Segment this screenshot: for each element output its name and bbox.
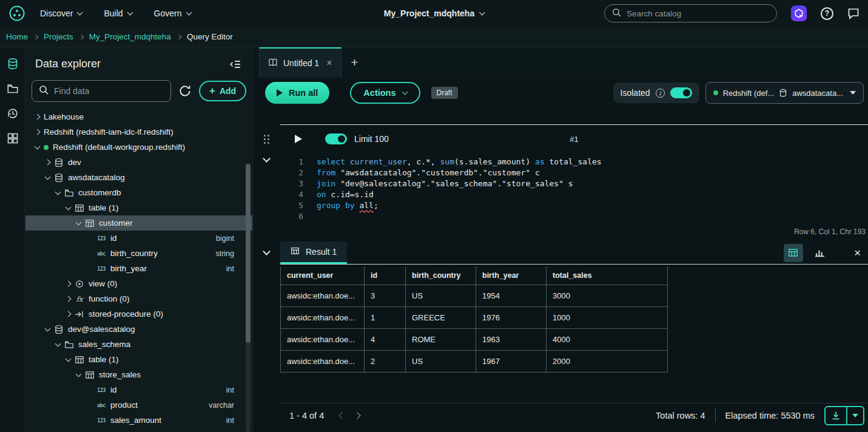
feedback-icon[interactable] <box>847 7 860 19</box>
tree-item-store-sales[interactable]: store_sales <box>25 367 252 382</box>
table-view-icon[interactable] <box>784 244 803 262</box>
table-cell[interactable]: ROME <box>406 329 476 351</box>
column-header-birth_country[interactable]: birth_country <box>406 266 476 285</box>
search-input[interactable] <box>627 9 769 18</box>
run-cell-button[interactable] <box>295 135 302 143</box>
table-cell[interactable]: 1967 <box>476 351 547 373</box>
close-tab-icon[interactable]: × <box>326 58 332 69</box>
chevron-right-icon[interactable] <box>66 296 72 302</box>
catalog-search[interactable] <box>604 4 777 22</box>
catalog-icon[interactable] <box>5 130 21 146</box>
table-cell[interactable]: 2 <box>365 351 406 373</box>
code-line[interactable]: 1select current_user, c.*, sum(s.sales_a… <box>280 157 868 167</box>
chevron-down-icon[interactable] <box>55 189 61 195</box>
table-cell[interactable]: awsidc:ethan.doe... <box>281 285 365 307</box>
column-header-birth_year[interactable]: birth_year <box>476 266 547 285</box>
tree-item-id[interactable]: 123idint <box>25 382 252 397</box>
nav-menu-govern[interactable]: Govern <box>154 8 191 18</box>
table-cell[interactable]: awsidc:ethan.doe... <box>281 307 365 329</box>
new-tab-button[interactable]: + <box>341 47 368 78</box>
nav-menu-discover[interactable]: Discover <box>40 8 82 18</box>
table-cell[interactable]: 2000 <box>547 351 668 373</box>
table-row[interactable]: awsidc:ethan.doe...3US19543000 <box>281 285 668 307</box>
files-icon[interactable] <box>5 81 21 96</box>
tree-item-lakehouse[interactable]: Lakehouse <box>25 109 252 124</box>
amazon-q-icon[interactable] <box>791 5 807 21</box>
table-cell[interactable]: awsidc:ethan.doe... <box>281 329 365 351</box>
cell-drag-handle[interactable] <box>264 134 270 144</box>
tree-item-dev-salescatalog[interactable]: dev@salescatalog <box>25 322 252 337</box>
table-cell[interactable]: US <box>406 285 476 307</box>
tree-item-birth-country[interactable]: abcbirth_countrystring <box>25 246 252 261</box>
table-cell[interactable]: 3 <box>365 285 406 307</box>
column-header-current_user[interactable]: current_user <box>281 266 365 285</box>
column-header-total_sales[interactable]: total_sales <box>547 266 668 285</box>
breadcrumb-item-projects[interactable]: Projects <box>44 32 73 41</box>
code-line[interactable]: 2from "awsdatacatalog"."customerdb"."cus… <box>280 167 868 178</box>
chevron-down-icon[interactable] <box>45 174 51 180</box>
download-options-icon[interactable] <box>846 407 863 424</box>
column-header-id[interactable]: id <box>365 266 406 285</box>
tree-item-table-1[interactable]: table (1) <box>25 200 252 215</box>
chevron-right-icon[interactable] <box>66 311 72 317</box>
help-icon[interactable]: ? <box>821 7 833 20</box>
code-line[interactable]: 4on c.id=s.id <box>280 189 868 200</box>
chevron-down-icon[interactable] <box>35 143 41 149</box>
table-cell[interactable]: 4000 <box>547 329 668 351</box>
run-all-button[interactable]: Run all <box>265 82 329 104</box>
code-line[interactable]: 5group by all; <box>280 200 868 211</box>
connection-selector[interactable]: Redshift (def... awsdatacata... <box>705 82 864 104</box>
app-logo-icon[interactable] <box>8 5 25 22</box>
table-row[interactable]: awsidc:ethan.doe...4ROME19634000 <box>281 329 668 351</box>
chevron-down-icon[interactable] <box>76 371 82 377</box>
tree-item-sales-schema[interactable]: sales_schema <box>25 337 252 352</box>
table-row[interactable]: awsidc:ethan.doe...1GREECE19761000 <box>281 307 668 329</box>
actions-button[interactable]: Actions <box>350 82 420 104</box>
limit-toggle[interactable] <box>325 133 347 144</box>
chart-view-icon[interactable] <box>810 244 830 262</box>
prev-page-icon[interactable] <box>339 412 346 419</box>
download-button[interactable] <box>824 406 864 425</box>
tree-item-view-0[interactable]: view (0) <box>25 276 252 291</box>
info-icon[interactable]: i <box>656 89 665 98</box>
table-cell[interactable]: 1954 <box>476 285 547 307</box>
tree-item-sales-amount[interactable]: 123sales_amountint <box>25 413 252 428</box>
code-line[interactable]: 3join "dev@salescatalog"."sales_schema".… <box>280 178 868 189</box>
next-page-icon[interactable] <box>354 412 361 419</box>
add-button[interactable]: +Add <box>199 81 246 101</box>
tree-item-product[interactable]: abcproductvarchar <box>25 397 252 413</box>
table-cell[interactable]: 1963 <box>476 329 547 351</box>
sql-editor[interactable]: 1select current_user, c.*, sum(s.sales_a… <box>280 153 868 222</box>
tree-item-customer[interactable]: customer <box>25 215 252 231</box>
chevron-down-icon[interactable] <box>55 340 61 346</box>
table-row[interactable]: awsidc:ethan.doe...2US19672000 <box>281 351 668 373</box>
table-cell[interactable]: US <box>406 351 476 373</box>
chevron-right-icon[interactable] <box>35 114 41 120</box>
isolated-toggle[interactable] <box>670 87 692 98</box>
scrollbar-thumb[interactable] <box>246 164 251 343</box>
collapse-result-icon[interactable] <box>263 248 271 255</box>
result-tab[interactable]: Result 1 <box>280 241 347 264</box>
breadcrumb-item-home[interactable]: Home <box>6 32 28 41</box>
sidebar-scrollbar[interactable] <box>246 164 251 432</box>
chevron-right-icon[interactable] <box>45 160 51 166</box>
chevron-down-icon[interactable] <box>45 325 51 331</box>
tree-item-stored-procedure-0[interactable]: stored-procedure (0) <box>25 306 252 322</box>
code-line[interactable]: 6 <box>280 211 868 222</box>
download-icon[interactable] <box>826 407 846 424</box>
tree-item-redshift-redshift-iam-idc-lf-redshift[interactable]: Redshift (redshift-iam-idc-lf.redshift) <box>25 124 252 140</box>
table-cell[interactable]: awsidc:ethan.doe... <box>281 351 365 373</box>
tree-item-id[interactable]: 123idbigint <box>25 231 252 246</box>
table-cell[interactable]: 4 <box>365 329 406 351</box>
chevron-right-icon[interactable] <box>35 129 41 135</box>
table-cell[interactable]: 1976 <box>476 307 547 329</box>
nav-menu-build[interactable]: Build <box>104 8 132 18</box>
chevron-down-icon[interactable] <box>76 219 82 225</box>
history-icon[interactable] <box>5 106 21 121</box>
table-cell[interactable]: GREECE <box>406 307 476 329</box>
data-explorer-icon[interactable] <box>5 56 21 72</box>
tree-item-table-1[interactable]: table (1) <box>25 352 252 367</box>
collapse-cell-icon[interactable] <box>263 155 271 163</box>
refresh-icon[interactable] <box>177 83 193 100</box>
collapse-panel-icon[interactable] <box>229 58 241 70</box>
